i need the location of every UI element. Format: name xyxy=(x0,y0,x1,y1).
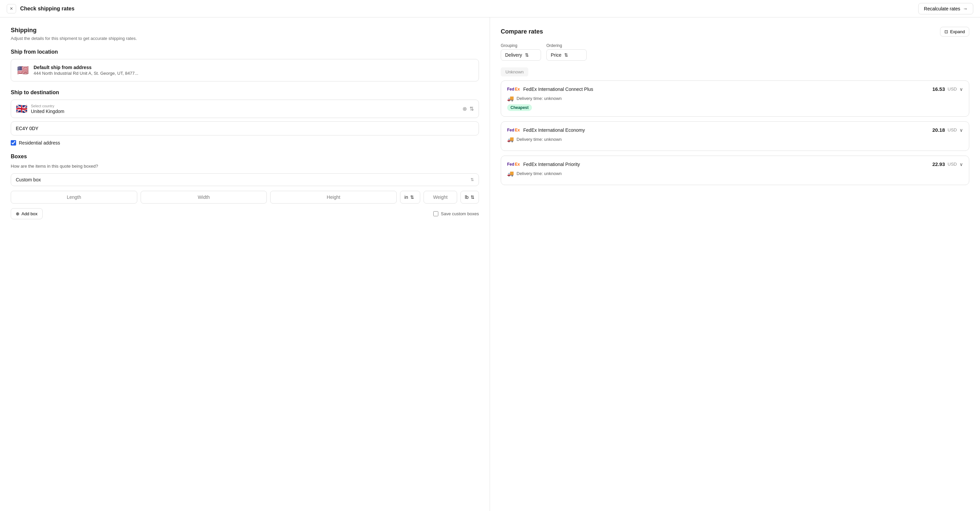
ship-to-title: Ship to destination xyxy=(11,89,479,95)
ordering-select[interactable]: Price ⇅ xyxy=(546,49,587,61)
bottom-row: ⊕ Add box Save custom boxes xyxy=(11,208,479,219)
weight-unit-arrows-icon: ⇅ xyxy=(471,194,474,200)
country-details: Select country United Kingdom xyxy=(31,104,64,114)
rate-name: FedEx International Economy xyxy=(523,127,585,133)
weight-input[interactable] xyxy=(423,191,457,203)
ordering-control: Ordering Price ⇅ xyxy=(546,43,587,61)
ship-to-section: Ship to destination 🇬🇧 Select country Un… xyxy=(11,89,479,146)
grouping-select[interactable]: Delivery ⇅ xyxy=(501,49,541,61)
rate-expand-button[interactable]: ∨ xyxy=(959,162,963,167)
cheapest-badge: Cheapest xyxy=(507,104,532,111)
fedex-logo-icon: FedEx xyxy=(507,87,520,92)
delivery-row: 🚚 Delivery time: unknown xyxy=(507,136,963,143)
rate-header: FedEx FedEx International Priority 22.93… xyxy=(507,161,963,167)
height-input[interactable] xyxy=(270,191,397,203)
controls-row: Grouping Delivery ⇅ Ordering Price ⇅ xyxy=(501,43,969,61)
boxes-section: Boxes How are the items in this quote be… xyxy=(11,154,479,219)
weight-unit-select[interactable]: lb ⇅ xyxy=(460,191,479,203)
group-label: Unknown xyxy=(501,67,528,76)
country-arrows-button[interactable]: ⇅ xyxy=(469,106,474,112)
recalculate-button[interactable]: Recalculate rates → xyxy=(918,3,973,14)
unit-label: in xyxy=(404,194,408,200)
page-title: Check shipping rates xyxy=(20,6,75,12)
country-select-wrap[interactable]: 🇬🇧 Select country United Kingdom ⊗ ⇅ xyxy=(11,100,479,118)
shipping-title: Shipping xyxy=(11,27,479,34)
rate-price-row: 16.53 USD ∨ xyxy=(932,86,963,92)
ship-from-section: Ship from location 🇺🇸 Default ship from … xyxy=(11,49,479,81)
rate-name: FedEx International Connect Plus xyxy=(523,87,593,92)
recalculate-label: Recalculate rates xyxy=(924,6,960,11)
ordering-arrows-icon: ⇅ xyxy=(564,52,568,58)
save-custom-row: Save custom boxes xyxy=(433,211,479,216)
ship-from-name: Default ship from address xyxy=(33,65,138,70)
add-box-plus-icon: ⊕ xyxy=(16,211,19,216)
truck-icon: 🚚 xyxy=(507,95,514,102)
delivery-row: 🚚 Delivery time: unknown xyxy=(507,95,963,102)
delivery-text: Delivery time: unknown xyxy=(517,137,562,142)
rate-expand-button[interactable]: ∨ xyxy=(959,87,963,92)
grouping-label: Grouping xyxy=(501,43,541,48)
expand-label: Expand xyxy=(950,29,965,34)
add-box-button[interactable]: ⊕ Add box xyxy=(11,208,43,219)
rate-header: FedEx FedEx International Economy 20.18 … xyxy=(507,127,963,133)
right-panel: Compare rates ⊡ Expand Grouping Delivery… xyxy=(490,17,980,511)
dimensions-row: in ⇅ lb ⇅ xyxy=(11,191,479,203)
box-type-select[interactable]: Custom box ⇅ xyxy=(11,173,479,186)
rate-expand-button[interactable]: ∨ xyxy=(959,127,963,133)
shipping-section: Shipping Adjust the details for this shi… xyxy=(11,27,479,41)
weight-unit-label: lb xyxy=(465,194,469,200)
close-button[interactable]: × xyxy=(7,4,16,13)
country-value: United Kingdom xyxy=(31,109,64,114)
compare-title: Compare rates xyxy=(501,28,543,35)
length-input[interactable] xyxy=(11,191,137,203)
postal-code-input[interactable] xyxy=(11,121,479,135)
residential-label: Residential address xyxy=(19,140,60,146)
truck-icon: 🚚 xyxy=(507,170,514,177)
clear-country-button[interactable]: ⊗ xyxy=(463,106,467,112)
rate-header: FedEx FedEx International Connect Plus 1… xyxy=(507,86,963,92)
box-type-value: Custom box xyxy=(16,177,41,182)
expand-icon: ⊡ xyxy=(944,29,948,34)
rate-name-row: FedEx FedEx International Economy xyxy=(507,127,585,133)
unit-arrows-icon: ⇅ xyxy=(410,194,414,200)
expand-button[interactable]: ⊡ Expand xyxy=(940,27,969,36)
ordering-value: Price xyxy=(551,52,562,58)
ordering-label: Ordering xyxy=(546,43,587,48)
save-custom-checkbox[interactable] xyxy=(433,211,438,216)
grouping-arrows-icon: ⇅ xyxy=(525,52,529,58)
rate-price: 16.53 xyxy=(932,86,945,92)
fedex-logo-icon: FedEx xyxy=(507,128,520,132)
rate-name: FedEx International Priority xyxy=(523,162,580,167)
uk-flag-icon: 🇬🇧 xyxy=(16,103,27,114)
boxes-title: Boxes xyxy=(11,154,479,160)
width-input[interactable] xyxy=(141,191,267,203)
fedex-logo-icon: FedEx xyxy=(507,162,520,167)
unit-select[interactable]: in ⇅ xyxy=(400,191,420,203)
country-actions: ⊗ ⇅ xyxy=(463,106,474,112)
country-label: Select country xyxy=(31,104,64,108)
ship-from-details: Default ship from address 444 North Indu… xyxy=(33,65,138,76)
rate-price: 20.18 xyxy=(932,127,945,133)
main-content: Shipping Adjust the details for this shi… xyxy=(0,17,980,511)
rate-currency: USD xyxy=(948,127,957,132)
us-flag-icon: 🇺🇸 xyxy=(17,65,29,76)
delivery-row: 🚚 Delivery time: unknown xyxy=(507,170,963,177)
rates-container: FedEx FedEx International Connect Plus 1… xyxy=(501,81,969,185)
rate-price-row: 20.18 USD ∨ xyxy=(932,127,963,133)
compare-header: Compare rates ⊡ Expand xyxy=(501,27,969,36)
ship-from-title: Ship from location xyxy=(11,49,479,55)
rate-price: 22.93 xyxy=(932,161,945,167)
grouping-control: Grouping Delivery ⇅ xyxy=(501,43,541,61)
shipping-subtitle: Adjust the details for this shipment to … xyxy=(11,36,479,41)
ship-from-address: 444 North Industrial Rd Unit A, St. Geor… xyxy=(33,71,138,76)
rate-card: FedEx FedEx International Priority 22.93… xyxy=(501,156,969,185)
rate-card: FedEx FedEx International Economy 20.18 … xyxy=(501,121,969,151)
left-panel: Shipping Adjust the details for this shi… xyxy=(0,17,490,511)
residential-checkbox[interactable] xyxy=(11,140,16,146)
arrow-icon: → xyxy=(963,6,967,11)
rate-name-row: FedEx FedEx International Connect Plus xyxy=(507,87,593,92)
rate-card: FedEx FedEx International Connect Plus 1… xyxy=(501,81,969,117)
save-custom-label: Save custom boxes xyxy=(441,211,479,216)
truck-icon: 🚚 xyxy=(507,136,514,143)
ship-from-card: 🇺🇸 Default ship from address 444 North I… xyxy=(11,59,479,81)
